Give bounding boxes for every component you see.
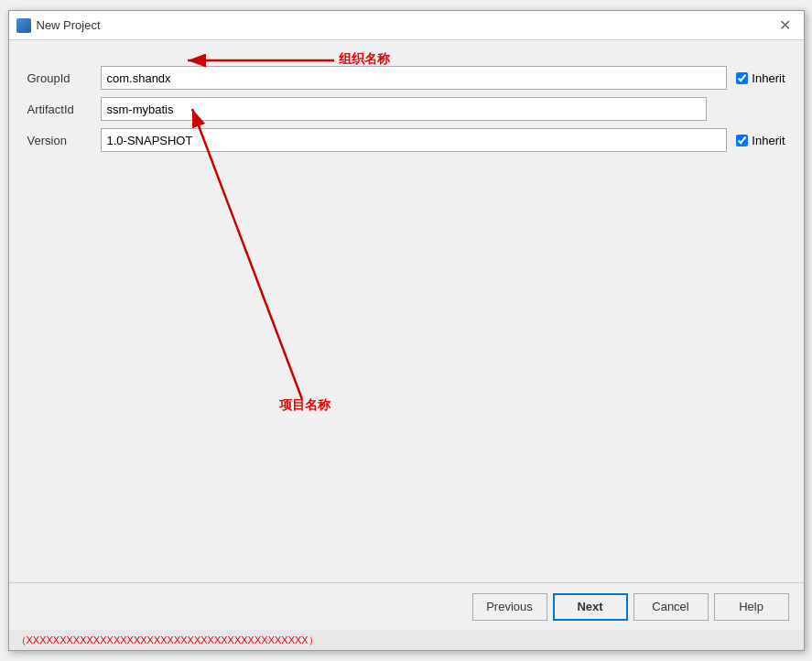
new-project-window: New Project ✕ GroupId Inherit ArtifactId xyxy=(8,10,805,651)
version-inherit: Inherit xyxy=(736,134,785,147)
previous-button[interactable]: Previous xyxy=(472,593,547,621)
version-inherit-label: Inherit xyxy=(752,134,785,147)
watermark-bar: （XXXXXXXXXXXXXXXXXXXXXXXXXXXXXXXXXXXXXXX… xyxy=(9,630,804,650)
footer: Previous Next Cancel Help xyxy=(9,582,804,630)
groupid-input-wrapper xyxy=(101,66,728,90)
title-bar-left: New Project xyxy=(16,18,101,33)
version-input[interactable] xyxy=(101,128,728,152)
version-inherit-checkbox[interactable] xyxy=(736,135,748,146)
watermark-text: （XXXXXXXXXXXXXXXXXXXXXXXXXXXXXXXXXXXXXXX… xyxy=(16,634,319,647)
artifactid-row: ArtifactId xyxy=(27,97,785,121)
groupid-inherit: Inherit xyxy=(736,71,785,85)
next-button[interactable]: Next xyxy=(553,593,628,621)
artifactid-input[interactable] xyxy=(101,97,707,121)
help-button[interactable]: Help xyxy=(714,593,789,621)
version-input-wrapper xyxy=(101,128,728,152)
form-section: GroupId Inherit ArtifactId xyxy=(27,59,785,152)
groupid-label: GroupId xyxy=(27,71,101,85)
groupid-inherit-label: Inherit xyxy=(752,71,785,85)
project-icon xyxy=(16,18,31,33)
version-row: Version Inherit xyxy=(27,128,785,152)
version-label: Version xyxy=(27,134,101,147)
window-title: New Project xyxy=(37,18,101,32)
svg-line-2 xyxy=(192,109,302,399)
close-button[interactable]: ✕ xyxy=(774,15,796,37)
artifactid-label: ArtifactId xyxy=(27,103,101,116)
title-bar: New Project ✕ xyxy=(9,11,804,40)
project-name-label: 项目名称 xyxy=(279,397,330,414)
groupid-row: GroupId Inherit xyxy=(27,66,785,90)
cancel-button[interactable]: Cancel xyxy=(633,593,709,621)
artifactid-input-wrapper xyxy=(101,97,707,121)
groupid-inherit-checkbox[interactable] xyxy=(736,72,748,84)
groupid-input[interactable] xyxy=(101,66,728,90)
content-area: GroupId Inherit ArtifactId xyxy=(9,40,804,582)
